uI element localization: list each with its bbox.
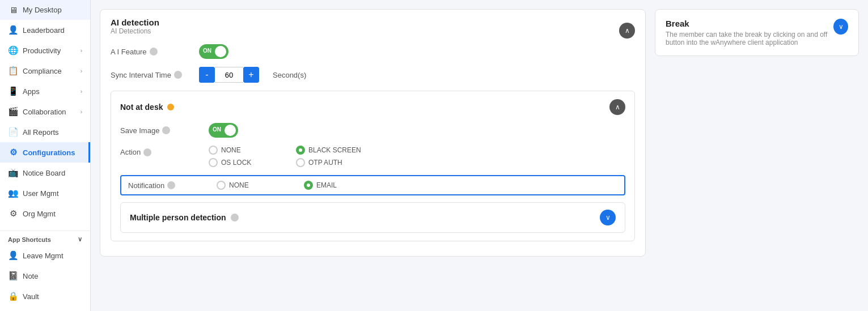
chevron-right-icon: › bbox=[81, 48, 82, 54]
sidebar-item-org-mgmt[interactable]: ⚙ Org Mgmt bbox=[0, 203, 90, 224]
radio-none-circle bbox=[209, 146, 218, 155]
notification-radio-group: NONE EMAIL bbox=[217, 181, 378, 190]
notice-board-icon: 📺 bbox=[8, 168, 18, 178]
ai-feature-label: A I Feature bbox=[111, 48, 190, 56]
action-none-option[interactable]: NONE bbox=[209, 146, 282, 155]
sidebar-item-leave-mgmt[interactable]: 👤 Leave Mgmt bbox=[0, 245, 90, 266]
action-radio-row-1: NONE BLACK SCREEN bbox=[209, 146, 370, 155]
action-label: Action bbox=[120, 148, 200, 156]
sync-stepper: - 60 + bbox=[199, 67, 259, 83]
not-at-desk-collapse-button[interactable]: ∧ bbox=[609, 99, 625, 115]
sidebar-item-compliance[interactable]: 📋 Compliance › bbox=[0, 61, 90, 81]
break-expand-button[interactable]: ∨ bbox=[833, 19, 848, 35]
save-image-info-icon bbox=[162, 126, 170, 134]
chevron-up-icon: ∧ bbox=[615, 103, 620, 111]
configurations-icon: ⚙ bbox=[8, 147, 18, 157]
radio-os-lock-circle bbox=[209, 158, 218, 167]
leaderboard-icon: 👤 bbox=[8, 25, 18, 35]
action-radio-group: NONE BLACK SCREEN OS LOCK bbox=[209, 146, 370, 167]
not-at-desk-header: Not at desk ∧ bbox=[120, 99, 625, 115]
notification-label: Notification bbox=[128, 181, 208, 190]
stepper-minus-button[interactable]: - bbox=[199, 67, 215, 83]
user-mgmt-icon: 👥 bbox=[8, 188, 18, 198]
stepper-value: 60 bbox=[215, 67, 243, 83]
multiple-person-info-icon bbox=[231, 214, 239, 221]
sidebar-item-apps[interactable]: 📱 Apps › bbox=[0, 81, 90, 101]
chevron-down-icon: ∨ bbox=[606, 214, 611, 221]
chevron-up-icon: ∧ bbox=[625, 27, 630, 35]
sidebar: 🖥 My Desktop 👤 Leaderboard 🌐 Productivit… bbox=[0, 0, 91, 311]
org-mgmt-icon: ⚙ bbox=[8, 208, 18, 219]
right-panel: Break The member can take the break by c… bbox=[655, 9, 859, 302]
sidebar-item-notice-board[interactable]: 📺 Notice Board bbox=[0, 163, 90, 183]
yellow-status-dot bbox=[167, 104, 174, 110]
desktop-icon: 🖥 bbox=[8, 5, 18, 15]
notification-email-option[interactable]: EMAIL bbox=[304, 181, 378, 190]
chevron-down-icon: ∨ bbox=[78, 236, 82, 243]
main-content: AI detection AI Detections ∧ A I Feature… bbox=[91, 0, 868, 311]
action-os-lock-option[interactable]: OS LOCK bbox=[209, 158, 282, 167]
action-row: Action NONE BLACK SCREEN bbox=[120, 146, 625, 167]
radio-otp-auth-circle bbox=[296, 158, 305, 167]
app-shortcuts-section: App Shortcuts ∨ bbox=[0, 231, 90, 245]
note-icon: 📓 bbox=[8, 271, 18, 281]
productivity-icon: 🌐 bbox=[8, 45, 18, 56]
save-image-toggle[interactable]: ON bbox=[209, 123, 238, 138]
sidebar-item-configurations[interactable]: ⚙ Configurations bbox=[0, 142, 90, 163]
sidebar-item-vault[interactable]: 🔒 Vault bbox=[0, 286, 90, 306]
ai-detection-header: AI detection AI Detections ∧ bbox=[111, 18, 635, 43]
leave-mgmt-icon: 👤 bbox=[8, 250, 18, 261]
sidebar-item-user-mgmt[interactable]: 👥 User Mgmt bbox=[0, 183, 90, 203]
multiple-person-expand-button[interactable]: ∨ bbox=[600, 210, 616, 225]
ai-feature-row: A I Feature ON bbox=[111, 44, 635, 59]
ai-detection-collapse-button[interactable]: ∧ bbox=[619, 23, 635, 39]
apps-icon: 📱 bbox=[8, 86, 18, 96]
break-description: The member can take the break by clickin… bbox=[666, 31, 833, 46]
multiple-person-card: Multiple person detection ∨ bbox=[120, 202, 625, 233]
sidebar-item-leaderboard[interactable]: 👤 Leaderboard bbox=[0, 20, 90, 40]
sidebar-item-asset-mgmt[interactable]: 👥 Asset Mgmt bbox=[0, 306, 90, 311]
not-at-desk-card: Not at desk ∧ Save Image bbox=[111, 91, 635, 241]
collaboration-icon: 🎬 bbox=[8, 106, 18, 117]
stepper-plus-button[interactable]: + bbox=[243, 67, 259, 83]
break-title: Break bbox=[666, 19, 833, 28]
save-image-row: Save Image ON bbox=[120, 123, 625, 138]
multiple-person-title: Multiple person detection bbox=[130, 213, 239, 222]
notification-info-icon bbox=[167, 181, 175, 189]
break-card: Break The member can take the break by c… bbox=[655, 9, 859, 56]
not-at-desk-title: Not at desk bbox=[120, 103, 174, 112]
action-black-screen-option[interactable]: BLACK SCREEN bbox=[296, 146, 370, 155]
stepper-unit: Second(s) bbox=[273, 71, 306, 79]
chevron-right-icon: › bbox=[81, 68, 82, 74]
ai-feature-info-icon bbox=[150, 48, 158, 56]
radio-notification-none-circle bbox=[217, 181, 226, 190]
break-content: Break The member can take the break by c… bbox=[666, 19, 833, 46]
toggle-slider: ON bbox=[199, 44, 228, 59]
action-info-icon bbox=[143, 148, 151, 156]
save-image-label: Save Image bbox=[120, 126, 200, 135]
sync-interval-label: Sync Interval Time bbox=[111, 71, 190, 79]
ai-detection-card: AI detection AI Detections ∧ A I Feature… bbox=[100, 9, 646, 257]
action-radio-row-2: OS LOCK OTP AUTH bbox=[209, 158, 370, 167]
radio-notification-email-circle bbox=[304, 181, 313, 190]
left-panel: AI detection AI Detections ∧ A I Feature… bbox=[100, 9, 646, 302]
ai-detection-title: AI detection AI Detections bbox=[111, 18, 159, 43]
vault-icon: 🔒 bbox=[8, 291, 18, 301]
sidebar-item-note[interactable]: 📓 Note bbox=[0, 266, 90, 286]
action-otp-auth-option[interactable]: OTP AUTH bbox=[296, 158, 370, 167]
compliance-icon: 📋 bbox=[8, 66, 18, 76]
sidebar-item-productivity[interactable]: 🌐 Productivity › bbox=[0, 40, 90, 61]
sidebar-item-my-desktop[interactable]: 🖥 My Desktop bbox=[0, 0, 90, 20]
chevron-down-icon: ∨ bbox=[839, 23, 844, 31]
chevron-right-icon: › bbox=[81, 88, 82, 95]
radio-black-screen-circle bbox=[296, 146, 305, 155]
toggle-slider: ON bbox=[209, 123, 238, 138]
chevron-right-icon: › bbox=[81, 109, 82, 115]
sync-interval-row: Sync Interval Time - 60 + Second(s) bbox=[111, 67, 635, 83]
reports-icon: 📄 bbox=[8, 127, 18, 137]
sidebar-item-all-reports[interactable]: 📄 All Reports bbox=[0, 122, 90, 142]
notification-none-option[interactable]: NONE bbox=[217, 181, 290, 190]
sync-info-icon bbox=[174, 71, 182, 79]
sidebar-item-collaboration[interactable]: 🎬 Collaboration › bbox=[0, 101, 90, 122]
ai-feature-toggle[interactable]: ON bbox=[199, 44, 228, 59]
